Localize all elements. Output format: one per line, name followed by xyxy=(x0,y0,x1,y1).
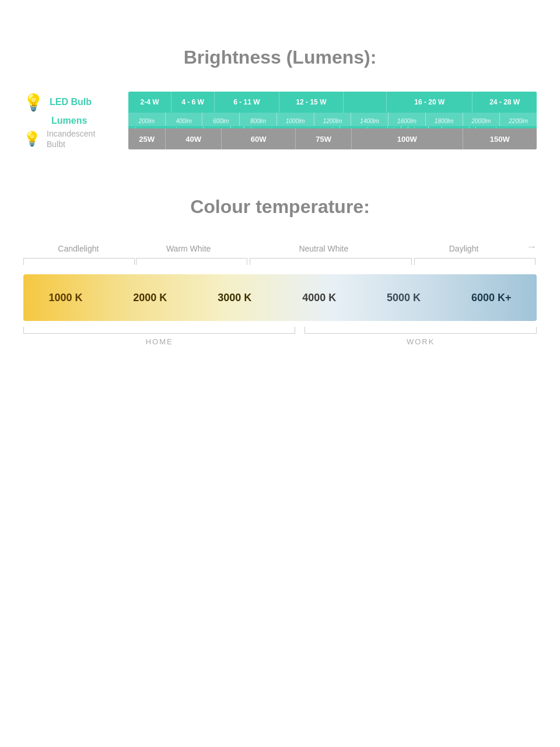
kelvin-label: 2000 K xyxy=(133,292,167,304)
lumens-bar-container: 200lm400lm600lm800lm1000lm1200lm1400lm16… xyxy=(128,113,537,128)
colour-category-label: Daylight xyxy=(404,244,524,253)
gradient-bar-wrapper: 1000 K2000 K3000 K4000 K5000 K6000 K+ xyxy=(23,274,537,321)
work-label: WORK xyxy=(304,337,537,346)
colour-bracket xyxy=(136,258,247,265)
brightness-section: Brightness (Lumens): 💡 LED Bulb 2-4 W4 -… xyxy=(23,47,537,149)
colour-bracket-row xyxy=(23,258,537,265)
incandescent-row: 💡 IncandescentBulbt 25W40W60W75W100W150W xyxy=(23,128,537,149)
colour-category-label: Neutral White xyxy=(244,244,404,253)
led-row: 💡 LED Bulb 2-4 W4 - 6 W6 - 11 W12 - 15 W… xyxy=(23,92,537,113)
incandescent-bulb-icon: 💡 xyxy=(23,131,41,147)
led-row-label: 💡 LED Bulb xyxy=(23,93,128,112)
lumens-row: Lumens 200lm400lm600lm800lm1000lm1200lm1… xyxy=(23,113,537,128)
colour-bracket xyxy=(23,258,135,265)
brightness-title: Brightness (Lumens): xyxy=(23,47,537,68)
brightness-chart: 💡 LED Bulb 2-4 W4 - 6 W6 - 11 W12 - 15 W… xyxy=(23,92,537,149)
led-bulb-icon: 💡 xyxy=(23,93,44,112)
colour-category-label: Warm White xyxy=(134,244,244,253)
colour-category-label: Candlelight xyxy=(23,244,134,253)
lumens-row-label: Lumens xyxy=(23,116,128,126)
home-label: HOME xyxy=(23,337,295,346)
incandescent-bar: 25W40W60W75W100W150W xyxy=(128,128,537,149)
led-top-bar: 2-4 W4 - 6 W6 - 11 W12 - 15 W16 - 20 W24… xyxy=(128,92,537,113)
colour-labels-container: CandlelightWarm WhiteNeutral WhiteDaylig… xyxy=(23,241,537,256)
kelvin-label: 6000 K+ xyxy=(471,292,512,304)
home-bracket-group: HOME xyxy=(23,327,295,346)
incandescent-bar-container: 25W40W60W75W100W150W xyxy=(128,128,537,149)
incandescent-row-label: 💡 IncandescentBulbt xyxy=(23,128,128,149)
kelvin-label: 5000 K xyxy=(387,292,421,304)
colour-bracket xyxy=(414,258,536,265)
kelvin-label: 4000 K xyxy=(302,292,336,304)
lumens-label-text: Lumens xyxy=(51,116,87,126)
colour-section: Colour temperature: CandlelightWarm Whit… xyxy=(23,196,537,346)
incandescent-label-text: IncandescentBulbt xyxy=(47,128,95,149)
led-bar-container: 2-4 W4 - 6 W6 - 11 W12 - 15 W16 - 20 W24… xyxy=(128,92,537,113)
home-work-container: HOME WORK xyxy=(23,327,537,346)
kelvin-label: 3000 K xyxy=(218,292,251,304)
led-label-text: LED Bulb xyxy=(50,97,92,107)
colour-title: Colour temperature: xyxy=(23,196,537,218)
work-bracket-group: WORK xyxy=(304,327,537,346)
kelvin-label: 1000 K xyxy=(48,292,82,304)
colour-bracket xyxy=(250,258,411,265)
